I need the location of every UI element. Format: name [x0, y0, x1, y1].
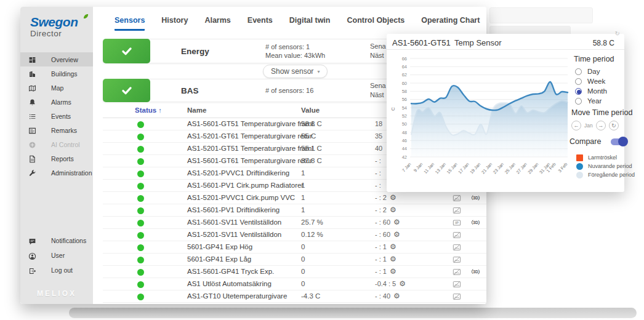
column-header-status[interactable]: Status ↑ — [135, 106, 162, 114]
background-window-edge — [69, 308, 637, 318]
radio-label: Year — [587, 97, 602, 105]
move-time-period-controls: ← Jan → ↻ — [571, 121, 619, 130]
previous-period-button[interactable]: ← — [571, 121, 581, 130]
sidebar-item-administration[interactable]: Administration — [20, 166, 93, 180]
gear-icon[interactable]: ⚙ — [393, 231, 400, 238]
sidebar-item-overview[interactable]: Overview — [20, 52, 93, 66]
svg-text:54: 54 — [402, 105, 407, 111]
reset-period-button[interactable]: ↻ — [609, 121, 619, 130]
gear-icon[interactable]: ⚙ — [390, 194, 396, 201]
sidebar-nav: Overview Buildings Map Alarms Events Rem… — [20, 52, 93, 180]
ai-control-icon — [28, 140, 36, 148]
chevron-down-icon: ▾ — [317, 69, 320, 74]
alarm-threshold: - : 40⚙ — [375, 292, 400, 300]
show-sensor-button[interactable]: Show sensor ▾ — [263, 65, 328, 78]
next-period-button[interactable]: → — [596, 121, 606, 130]
gear-icon[interactable]: ⚙ — [390, 243, 396, 250]
radio-icon[interactable] — [575, 68, 582, 75]
status-dot-ok — [137, 146, 144, 153]
tab-control-objects[interactable]: Control Objects — [347, 16, 405, 31]
sidebar-item-alarms[interactable]: Alarms — [20, 95, 93, 109]
tab-sensors[interactable]: Sensors — [115, 16, 145, 31]
table-row[interactable]: 5601-GP41 Exp Hög 0 - : 1⚙ — [103, 241, 486, 254]
no-image-glyph — [453, 280, 461, 289]
gear-icon[interactable]: ⚙ — [393, 292, 400, 300]
alarm-threshold: - : 60⚙ — [375, 231, 400, 238]
table-row[interactable]: AS1-GT10 Utetemperaturgivare -4.3 C - : … — [103, 290, 486, 303]
group-stats: # of sensors: 1 Mean value: 43kWh — [265, 42, 325, 60]
radio-label: Day — [587, 68, 600, 75]
no-image-icon — [453, 255, 461, 264]
radio-icon[interactable] — [575, 88, 582, 95]
svg-text:56: 56 — [402, 97, 407, 102]
radio-icon[interactable] — [575, 98, 582, 105]
radio-label: Week — [587, 78, 605, 85]
sensor-name: AS1 Utlöst Automatsäkring — [187, 280, 272, 287]
svg-text:29 Jan: 29 Jan — [526, 161, 539, 175]
rotate-3d-icon[interactable]: 3D — [471, 267, 480, 276]
gear-icon[interactable]: ⚙ — [390, 268, 396, 275]
sidebar-item-logout[interactable]: Log out — [20, 263, 93, 278]
table-row[interactable]: AS1-5601-SV11 Ventilställdon 25.7 % - : … — [103, 217, 486, 229]
svg-text:27 Jan: 27 Jan — [515, 161, 528, 175]
gear-icon[interactable]: ⚙ — [399, 280, 406, 287]
legend-label: Nuvarande period — [588, 163, 632, 169]
tab-operating-chart[interactable]: Operating Chart — [421, 16, 480, 31]
group-side-info: Sena Näst — [370, 81, 386, 100]
sensor-name: 5601-GP41 Exp Hög — [187, 243, 252, 250]
sidebar-item-buildings[interactable]: Buildings — [20, 66, 93, 81]
user-icon — [28, 252, 36, 260]
time-period-option-month[interactable]: Month — [575, 86, 607, 96]
sidebar-item-remarks[interactable]: Remarks — [20, 123, 93, 137]
table-row[interactable]: 5601-GP41 Exp Låg 0 - : 1⚙ — [103, 254, 486, 266]
rotate-3d-icon[interactable]: 3D — [471, 193, 480, 202]
move-time-period-label: Move Time period — [571, 108, 632, 117]
sidebar-item-user[interactable]: User — [20, 248, 93, 263]
ai-control-glyph — [28, 141, 36, 149]
gear-icon[interactable]: ⚙ — [390, 206, 396, 214]
time-period-option-year[interactable]: Year — [575, 96, 607, 106]
panel-sensor-type: Temp Sensor — [454, 38, 502, 47]
sensor-name: AS1-5601-GP41 Tryck Exp. — [187, 268, 274, 275]
tab-digital-twin[interactable]: Digital twin — [289, 16, 331, 31]
refresh-icon[interactable]: ↻ — [615, 30, 620, 37]
table-row[interactable]: AS1 Utlöst Automatsäkring 0 -0.4 : 5⚙ — [103, 278, 486, 290]
sensor-value: 1 — [301, 206, 305, 214]
sidebar: Swegon Director Overview Buildings Map A… — [20, 7, 93, 304]
sidebar-item-map[interactable]: Map — [20, 81, 93, 95]
legend-swatch — [576, 154, 583, 161]
tab-events[interactable]: Events — [248, 16, 273, 31]
column-header-value[interactable]: Value — [301, 106, 320, 114]
radio-icon[interactable] — [575, 78, 582, 85]
alarm-threshold: 18 — [375, 120, 382, 127]
sidebar-item-notifications[interactable]: Notifications — [20, 233, 93, 248]
sensor-value: 0 — [301, 243, 305, 250]
sensor-name: AS1-5201-SV11 Ventilställdon — [187, 231, 281, 238]
table-row[interactable]: AS1-5201-SV11 Ventilställdon 0.12 % - : … — [103, 229, 486, 241]
events-icon — [28, 112, 36, 120]
no-image-icon — [453, 231, 461, 239]
arrow-right-icon: → — [598, 122, 603, 129]
table-row[interactable]: AS1-5601-PV1 Driftindikering 1 - : 2⚙ — [103, 204, 486, 217]
rotate-3d-glyph: 3D — [471, 193, 480, 202]
logout-glyph — [28, 267, 36, 275]
tab-alarms[interactable]: Alarms — [204, 16, 230, 31]
time-period-option-week[interactable]: Week — [575, 76, 607, 86]
sidebar-item-reports[interactable]: Reports — [20, 151, 93, 166]
tab-history[interactable]: History — [161, 16, 188, 31]
column-header-name[interactable]: Name — [187, 106, 206, 114]
sidebar-item-events[interactable]: Events — [20, 109, 93, 123]
no-image-icon — [453, 280, 461, 289]
check-icon — [120, 84, 134, 97]
group-sensor-count: # of sensors: 16 — [265, 86, 313, 95]
time-period-option-day[interactable]: Day — [575, 66, 607, 76]
gear-icon[interactable]: ⚙ — [393, 218, 400, 226]
ip-badge-icon[interactable]: IP — [453, 218, 461, 227]
table-row[interactable]: AS1-5601-GP41 Tryck Exp. 0 - : 1⚙3D — [103, 266, 486, 278]
rotate-3d-icon[interactable]: 3D — [471, 218, 480, 227]
alarm-threshold: -0.4 : 5⚙ — [375, 280, 406, 287]
gear-icon[interactable]: ⚙ — [390, 255, 396, 263]
svg-text:3 Feb: 3 Feb — [557, 161, 568, 174]
table-row[interactable]: AS1-5201-PVVC1 Cirk.pump VVC 1 - : 2⚙3D — [103, 192, 486, 204]
compare-toggle[interactable] — [611, 138, 627, 145]
